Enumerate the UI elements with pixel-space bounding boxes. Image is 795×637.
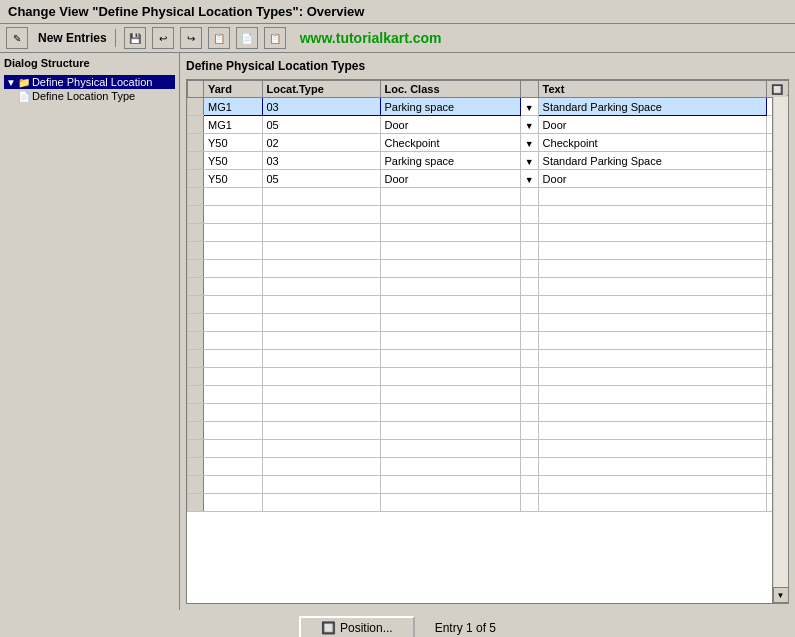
cell-dropdown-5[interactable]: ▼ [520, 170, 538, 188]
scroll-track-v[interactable] [774, 96, 788, 587]
table-row[interactable]: MG1 03 Parking space ▼ Standard Parking … [188, 98, 788, 116]
empty-row [188, 350, 788, 368]
empty-row [188, 440, 788, 458]
cell-loc-class-5[interactable]: Door [380, 170, 520, 188]
scroll-nav-left[interactable]: ◀◀ ◀ [187, 604, 219, 605]
tree-doc-icon: 📄 [18, 91, 30, 102]
empty-row [188, 206, 788, 224]
cell-yard-4[interactable]: Y50 [204, 152, 263, 170]
copy-button[interactable]: 📋 [208, 27, 230, 49]
cell-text-5[interactable]: Door [538, 170, 766, 188]
table-row[interactable]: MG1 05 Door ▼ Door [188, 116, 788, 134]
empty-row [188, 296, 788, 314]
empty-row [188, 386, 788, 404]
cell-locat-type-5[interactable]: 05 [262, 170, 380, 188]
new-entries-button[interactable]: ✎ [6, 27, 28, 49]
undo-button[interactable]: ↩ [152, 27, 174, 49]
cell-dropdown-4[interactable]: ▼ [520, 152, 538, 170]
tree-folder-icon: 📁 [18, 77, 30, 88]
col-loc-class: Loc. Class [380, 81, 520, 98]
empty-row [188, 332, 788, 350]
toolbar-separator-1 [115, 29, 116, 47]
title-bar: Change View "Define Physical Location Ty… [0, 0, 795, 24]
cell-dropdown-2[interactable]: ▼ [520, 116, 538, 134]
bottom-bar: 🔲 Position... Entry 1 of 5 [0, 610, 795, 637]
table-header-row: Yard Locat.Type Loc. Class Text 🔲 [188, 81, 788, 98]
empty-row [188, 494, 788, 512]
tree-item-define-location-type[interactable]: 📄 Define Location Type [16, 89, 175, 103]
data-table: Yard Locat.Type Loc. Class Text 🔲 [187, 80, 788, 512]
cell-loc-class-4[interactable]: Parking space [380, 152, 520, 170]
tree-item-define-physical-location[interactable]: ▼ 📁 Define Physical Location [4, 75, 175, 89]
tree-indent: 📄 Define Location Type [16, 89, 175, 103]
extra-button[interactable]: 📋 [264, 27, 286, 49]
entry-info: Entry 1 of 5 [435, 621, 496, 635]
cell-loc-class-2[interactable]: Door [380, 116, 520, 134]
position-label: Position... [340, 621, 393, 635]
cell-locat-type-4[interactable]: 03 [262, 152, 380, 170]
cell-text-2[interactable]: Door [538, 116, 766, 134]
scroll-left-button[interactable]: ◀ [203, 604, 219, 605]
row-selector-3 [188, 134, 204, 152]
vertical-scrollbar[interactable]: ▲ ▼ [772, 80, 788, 603]
col-locat-type: Locat.Type [262, 81, 380, 98]
doc-button[interactable]: 📄 [236, 27, 258, 49]
table-row[interactable]: Y50 03 Parking space ▼ Standard Parking … [188, 152, 788, 170]
empty-row [188, 278, 788, 296]
row-selector-1 [188, 98, 204, 116]
empty-row [188, 224, 788, 242]
cell-dropdown-3[interactable]: ▼ [520, 134, 538, 152]
table-row[interactable]: Y50 05 Door ▼ Door [188, 170, 788, 188]
horizontal-scrollbar-container: ◀◀ ◀ ▶ ▶▶ [187, 603, 788, 604]
table-row[interactable]: Y50 02 Checkpoint ▼ Checkpoint [188, 134, 788, 152]
tree-label-2: Define Location Type [32, 90, 135, 102]
empty-row [188, 242, 788, 260]
dialog-structure-title: Dialog Structure [4, 57, 175, 69]
main-layout: Dialog Structure ▼ 📁 Define Physical Loc… [0, 53, 795, 610]
cell-yard-5[interactable]: Y50 [204, 170, 263, 188]
cell-text-4[interactable]: Standard Parking Space [538, 152, 766, 170]
toolbar: ✎ New Entries 💾 ↩ ↪ 📋 📄 📋 www.tutorialka… [0, 24, 795, 53]
tree-label-1: Define Physical Location [32, 76, 152, 88]
new-entries-label: New Entries [38, 31, 107, 45]
window-title: Change View "Define Physical Location Ty… [8, 4, 364, 19]
empty-row [188, 422, 788, 440]
row-selector-2 [188, 116, 204, 134]
col-selector [188, 81, 204, 98]
save-button[interactable]: 💾 [124, 27, 146, 49]
col-dropdown-arrow [520, 81, 538, 98]
scroll-down-button[interactable]: ▼ [773, 587, 789, 603]
col-icon[interactable]: 🔲 [767, 81, 788, 98]
position-button[interactable]: 🔲 Position... [299, 616, 415, 637]
content-title: Define Physical Location Types [186, 59, 789, 73]
scroll-first-button[interactable]: ◀◀ [187, 604, 203, 605]
table-container: Yard Locat.Type Loc. Class Text 🔲 [186, 79, 789, 604]
empty-row [188, 476, 788, 494]
tree-expand-icon: ▼ [6, 77, 16, 88]
cell-yard-3[interactable]: Y50 [204, 134, 263, 152]
scroll-last-button[interactable]: ▶▶ [772, 604, 788, 605]
cell-locat-type-1[interactable]: 03 [262, 98, 380, 116]
row-selector-4 [188, 152, 204, 170]
position-icon: 🔲 [321, 621, 336, 635]
redo-button[interactable]: ↪ [180, 27, 202, 49]
scroll-nav-right[interactable]: ▶ ▶▶ [756, 604, 788, 605]
cell-locat-type-3[interactable]: 02 [262, 134, 380, 152]
empty-row [188, 368, 788, 386]
left-panel: Dialog Structure ▼ 📁 Define Physical Loc… [0, 53, 180, 610]
right-panel: Define Physical Location Types Yard Loca… [180, 53, 795, 610]
empty-row [188, 260, 788, 278]
empty-row [188, 188, 788, 206]
cell-text-1[interactable]: Standard Parking Space [538, 98, 766, 116]
cell-dropdown-1[interactable]: ▼ [520, 98, 538, 116]
cell-yard-2[interactable]: MG1 [204, 116, 263, 134]
cell-text-3[interactable]: Checkpoint [538, 134, 766, 152]
scroll-right-button[interactable]: ▶ [756, 604, 772, 605]
cell-loc-class-3[interactable]: Checkpoint [380, 134, 520, 152]
cell-loc-class-1[interactable]: Parking space [380, 98, 520, 116]
cell-yard-1[interactable]: MG1 [204, 98, 263, 116]
col-text: Text [538, 81, 766, 98]
cell-locat-type-2[interactable]: 05 [262, 116, 380, 134]
empty-row [188, 458, 788, 476]
empty-row [188, 314, 788, 332]
